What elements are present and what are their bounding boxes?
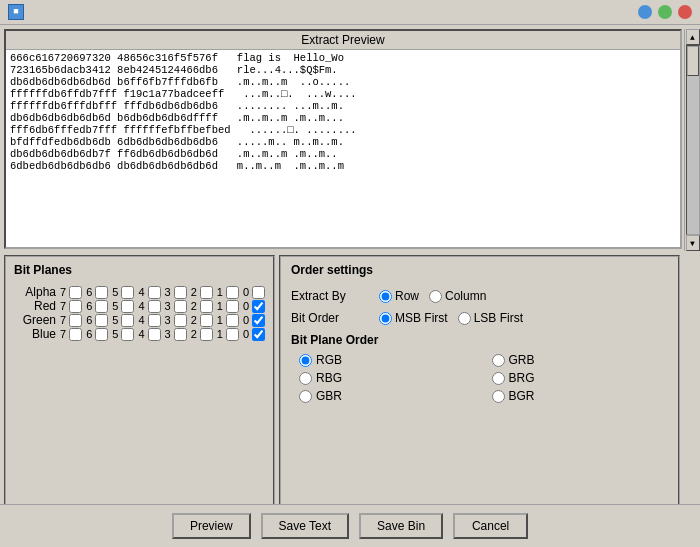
bit-check-group-alpha-6: 6 — [86, 286, 108, 299]
main-area: Extract Preview 666c616720697320 48656c3… — [0, 25, 700, 544]
bit-checkbox-red-7[interactable] — [69, 300, 82, 313]
bit-order-radio-group: MSB First LSB First — [379, 311, 523, 325]
bit-num-alpha-5: 5 — [112, 286, 118, 298]
bit-check-group-blue-2: 2 — [191, 328, 213, 341]
bpo-radio-rgb[interactable] — [299, 354, 312, 367]
bit-checkbox-green-7[interactable] — [69, 314, 82, 327]
title-bar-controls[interactable] — [638, 5, 692, 19]
bit-checkbox-blue-0[interactable] — [252, 328, 265, 341]
msb-radio[interactable] — [379, 312, 392, 325]
bit-checkbox-alpha-7[interactable] — [69, 286, 82, 299]
button-bar: Preview Save Text Save Bin Cancel — [0, 504, 700, 547]
bpo-option-rbg[interactable]: RBG — [299, 371, 476, 385]
bit-checkbox-red-6[interactable] — [95, 300, 108, 313]
bpo-option-rgb[interactable]: RGB — [299, 353, 476, 367]
bit-checkbox-alpha-4[interactable] — [148, 286, 161, 299]
scroll-thumb[interactable] — [687, 46, 699, 76]
bit-checkbox-green-1[interactable] — [226, 314, 239, 327]
bit-checkbox-blue-7[interactable] — [69, 328, 82, 341]
bit-checkbox-green-2[interactable] — [200, 314, 213, 327]
minimize-button[interactable] — [638, 5, 652, 19]
bit-checkbox-green-6[interactable] — [95, 314, 108, 327]
bit-num-green-4: 4 — [138, 314, 144, 326]
bit-checkbox-blue-3[interactable] — [174, 328, 187, 341]
scroll-down-button[interactable]: ▼ — [686, 235, 700, 251]
bit-num-blue-7: 7 — [60, 328, 66, 340]
msb-label: MSB First — [395, 311, 448, 325]
order-settings-title: Order settings — [291, 263, 668, 277]
order-settings-panel: Order settings Extract By Row Column — [279, 255, 680, 532]
bit-order-row: Bit Order MSB First LSB First — [291, 311, 668, 325]
bit-num-red-5: 5 — [112, 300, 118, 312]
bpo-label-grb: GRB — [509, 353, 535, 367]
bit-checkbox-alpha-2[interactable] — [200, 286, 213, 299]
bit-check-group-green-7: 7 — [60, 314, 82, 327]
maximize-button[interactable] — [658, 5, 672, 19]
preview-button[interactable]: Preview — [172, 513, 251, 539]
bit-num-green-6: 6 — [86, 314, 92, 326]
bit-checkbox-red-0[interactable] — [252, 300, 265, 313]
bpo-radio-brg[interactable] — [492, 372, 505, 385]
bit-check-group-green-2: 2 — [191, 314, 213, 327]
msb-option[interactable]: MSB First — [379, 311, 448, 325]
bit-checkbox-alpha-6[interactable] — [95, 286, 108, 299]
bit-checkbox-alpha-5[interactable] — [121, 286, 134, 299]
bpo-radio-gbr[interactable] — [299, 390, 312, 403]
bit-checkbox-red-3[interactable] — [174, 300, 187, 313]
extract-by-label: Extract By — [291, 289, 371, 303]
cancel-button[interactable]: Cancel — [453, 513, 528, 539]
bit-checkbox-red-4[interactable] — [148, 300, 161, 313]
bit-planes-title: Bit Planes — [14, 263, 265, 277]
column-radio[interactable] — [429, 290, 442, 303]
bit-checkbox-blue-4[interactable] — [148, 328, 161, 341]
bit-check-group-blue-1: 1 — [217, 328, 239, 341]
bpo-option-bgr[interactable]: BGR — [492, 389, 669, 403]
bit-plane-order-grid: RGBGRBRBGBRGGBRBGR — [299, 353, 668, 403]
row-option[interactable]: Row — [379, 289, 419, 303]
bit-checkbox-green-5[interactable] — [121, 314, 134, 327]
bit-checkbox-red-2[interactable] — [200, 300, 213, 313]
save-bin-button[interactable]: Save Bin — [359, 513, 443, 539]
save-text-button[interactable]: Save Text — [261, 513, 349, 539]
bit-checkbox-blue-2[interactable] — [200, 328, 213, 341]
bpo-label-bgr: BGR — [509, 389, 535, 403]
left-column: Bit Planes Alpha76543210Red76543210Green… — [4, 255, 275, 532]
bit-checkbox-green-3[interactable] — [174, 314, 187, 327]
column-option[interactable]: Column — [429, 289, 486, 303]
bit-check-group-blue-7: 7 — [60, 328, 82, 341]
bpo-option-grb[interactable]: GRB — [492, 353, 669, 367]
bit-checkbox-green-0[interactable] — [252, 314, 265, 327]
bit-checkbox-green-4[interactable] — [148, 314, 161, 327]
bit-row-alpha: Alpha76543210 — [14, 285, 265, 299]
vertical-scrollbar[interactable]: ▲ ▼ — [684, 29, 700, 251]
scroll-track[interactable] — [686, 45, 700, 235]
row-radio[interactable] — [379, 290, 392, 303]
bit-checkbox-blue-1[interactable] — [226, 328, 239, 341]
bpo-option-gbr[interactable]: GBR — [299, 389, 476, 403]
bpo-radio-bgr[interactable] — [492, 390, 505, 403]
bit-num-alpha-7: 7 — [60, 286, 66, 298]
bit-checkbox-red-1[interactable] — [226, 300, 239, 313]
bpo-radio-grb[interactable] — [492, 354, 505, 367]
lsb-radio[interactable] — [458, 312, 471, 325]
close-button[interactable] — [678, 5, 692, 19]
bit-check-group-green-6: 6 — [86, 314, 108, 327]
bit-checkbox-red-5[interactable] — [121, 300, 134, 313]
bpo-radio-rbg[interactable] — [299, 372, 312, 385]
bit-check-group-alpha-3: 3 — [165, 286, 187, 299]
lsb-option[interactable]: LSB First — [458, 311, 523, 325]
bit-checkbox-alpha-1[interactable] — [226, 286, 239, 299]
bit-checkbox-blue-5[interactable] — [121, 328, 134, 341]
bit-checkbox-alpha-3[interactable] — [174, 286, 187, 299]
bit-check-group-alpha-0: 0 — [243, 286, 265, 299]
scroll-up-button[interactable]: ▲ — [686, 29, 700, 45]
bit-check-group-green-5: 5 — [112, 314, 134, 327]
bit-num-red-7: 7 — [60, 300, 66, 312]
bit-check-group-red-4: 4 — [138, 300, 160, 313]
bit-checkbox-alpha-0[interactable] — [252, 286, 265, 299]
bpo-label-rbg: RBG — [316, 371, 342, 385]
bpo-option-brg[interactable]: BRG — [492, 371, 669, 385]
bit-check-group-blue-4: 4 — [138, 328, 160, 341]
bit-row-label-red: Red — [14, 299, 56, 313]
bit-checkbox-blue-6[interactable] — [95, 328, 108, 341]
